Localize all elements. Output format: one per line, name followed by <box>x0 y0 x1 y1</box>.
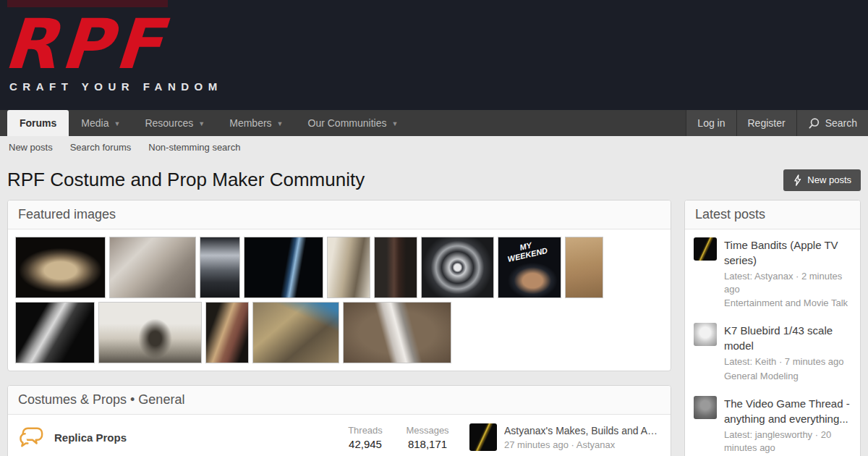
search-icon <box>808 117 820 130</box>
new-posts-button[interactable]: New posts <box>783 169 861 191</box>
thumbnail-costume-couple[interactable] <box>205 302 249 363</box>
last-post-text: Astyanax's Makes, Builds and Acquisition… <box>504 425 660 450</box>
list-item: The Video Game Thread - anything and eve… <box>685 388 860 456</box>
lightning-bolt-icon <box>793 174 802 186</box>
site-logo[interactable]: RPF <box>2 10 168 79</box>
nav-tab-forums[interactable]: Forums <box>7 110 69 136</box>
nav-tab-media[interactable]: Media ▼ <box>69 110 132 136</box>
category-panel: Costumes & Props • General Replica Props… <box>7 385 671 456</box>
messages-label: Messages <box>401 425 454 436</box>
content-row: Featured images MY WEEKEND <box>7 200 861 456</box>
thumbnail-metal-cylinder-prop[interactable] <box>343 302 451 363</box>
post-title[interactable]: Time Bandits (Apple TV series) <box>724 237 851 268</box>
chat-bubbles-icon <box>18 426 46 449</box>
thumbnail-studded-wood-plank[interactable] <box>565 237 603 298</box>
login-label: Log in <box>697 117 725 129</box>
threads-label: Threads <box>339 425 391 436</box>
messages-count: 818,171 <box>401 438 454 450</box>
thumbnail-millennium-falcon-model[interactable] <box>15 237 106 298</box>
nav-tab-resources[interactable]: Resources ▼ <box>132 110 217 136</box>
thumbnail-sword-holder[interactable] <box>98 302 202 363</box>
main-navigation: Forums Media ▼ Resources ▼ Members ▼ Our… <box>0 110 868 136</box>
thumbnail-metal-grille-ring[interactable] <box>421 237 494 298</box>
latest-posts-panel: Latest posts Time Bandits (Apple TV seri… <box>684 200 861 456</box>
post-category[interactable]: General Modeling <box>724 371 851 381</box>
thumbnail-overlay-text: MY WEEKEND <box>500 237 553 265</box>
subnav-link-non-stemming-search[interactable]: Non-stemming search <box>148 142 240 153</box>
nav-tab-label: Media <box>81 117 109 129</box>
search-button[interactable]: Search <box>796 110 868 136</box>
subnav-link-new-posts[interactable]: New posts <box>9 142 53 153</box>
thumbnail-tie-fighter-model[interactable] <box>15 302 95 363</box>
nav-tab-label: Our Communities <box>308 117 387 129</box>
nav-tab-our-communities[interactable]: Our Communities ▼ <box>296 110 411 136</box>
nav-tab-label: Forums <box>20 117 56 129</box>
featured-images-header: Featured images <box>8 200 671 229</box>
featured-images-body: MY WEEKEND <box>8 229 671 371</box>
post-title[interactable]: K7 Bluebird 1/43 scale model <box>724 323 851 353</box>
featured-images-panel: Featured images MY WEEKEND <box>7 200 671 371</box>
register-button[interactable]: Register <box>736 110 796 136</box>
sidebar: Latest posts Time Bandits (Apple TV seri… <box>684 200 861 456</box>
register-label: Register <box>748 117 786 129</box>
last-post-title[interactable]: Astyanax's Makes, Builds and Acquisition… <box>504 425 660 436</box>
forum-title[interactable]: Replica Props <box>54 431 329 444</box>
main-column: Featured images MY WEEKEND <box>7 200 671 456</box>
nav-right-group: Log in Register Search <box>686 110 868 136</box>
thumbnail-weathered-vehicle-model[interactable] <box>252 302 339 363</box>
chevron-down-icon: ▼ <box>198 120 205 127</box>
featured-row-1: MY WEEKEND <box>15 237 663 298</box>
post-category[interactable]: Entertainment and Movie Talk <box>724 297 851 308</box>
avatar[interactable] <box>694 396 717 419</box>
list-item: K7 Bluebird 1/43 scale model Latest: Kei… <box>685 315 860 387</box>
post-title[interactable]: The Video Game Thread - anything and eve… <box>724 396 851 426</box>
thumbnail-clay-sculptures[interactable] <box>109 237 196 298</box>
search-label: Search <box>825 117 857 129</box>
site-tagline: CRAFT YOUR FANDOM <box>9 80 223 93</box>
chevron-down-icon: ▼ <box>391 120 398 127</box>
threads-count: 42,945 <box>339 438 391 450</box>
avatar[interactable] <box>469 423 497 451</box>
thumbnail-my-weekend-project[interactable]: MY WEEKEND <box>498 237 561 298</box>
thumbnail-dark-armor-helmet[interactable] <box>200 237 240 298</box>
last-post-meta: 27 minutes ago · Astyanax <box>504 439 660 450</box>
site-header: RPF CRAFT YOUR FANDOM <box>0 0 868 110</box>
messages-stat: Messages 818,171 <box>401 425 454 450</box>
post-text: K7 Bluebird 1/43 scale model Latest: Kei… <box>724 323 851 381</box>
post-text: Time Bandits (Apple TV series) Latest: A… <box>724 237 851 308</box>
category-header: Costumes & Props • General <box>8 386 671 415</box>
sub-navigation: New posts Search forums Non-stemming sea… <box>0 136 868 158</box>
thumbnail-costume-at-door[interactable] <box>327 237 370 298</box>
nav-tab-label: Members <box>229 117 271 129</box>
chevron-down-icon: ▼ <box>277 120 284 127</box>
page-title: RPF Costume and Prop Maker Community <box>7 169 365 191</box>
title-row: RPF Costume and Prop Maker Community New… <box>7 169 861 191</box>
nav-spacer <box>410 110 686 136</box>
forum-last-post: Astyanax's Makes, Builds and Acquisition… <box>469 423 660 451</box>
chevron-down-icon: ▼ <box>114 120 120 127</box>
forum-row-replica-props: Replica Props Threads 42,945 Messages 81… <box>8 415 671 456</box>
thumbnail-starship-night-diagram[interactable] <box>244 237 323 298</box>
featured-row-2 <box>15 302 663 363</box>
threads-stat: Threads 42,945 <box>339 425 391 450</box>
post-text: The Video Game Thread - anything and eve… <box>724 396 851 456</box>
page-body: RPF Costume and Prop Maker Community New… <box>0 169 868 456</box>
post-meta: Latest: Keith · 7 minutes ago <box>724 355 851 368</box>
avatar[interactable] <box>694 237 717 261</box>
list-item: Time Bandits (Apple TV series) Latest: A… <box>685 229 860 315</box>
post-meta: Latest: Astyanax · 2 minutes ago <box>724 270 851 296</box>
nav-tab-label: Resources <box>145 117 193 129</box>
new-posts-label: New posts <box>807 174 851 185</box>
post-meta: Latest: janglesworthy · 20 minutes ago <box>724 428 851 455</box>
nav-tab-members[interactable]: Members ▼ <box>217 110 295 136</box>
latest-posts-header: Latest posts <box>685 200 860 229</box>
avatar[interactable] <box>694 323 717 346</box>
subnav-link-search-forums[interactable]: Search forums <box>70 142 132 153</box>
login-button[interactable]: Log in <box>686 110 736 136</box>
thumbnail-pepsi-bottle[interactable] <box>374 237 417 298</box>
